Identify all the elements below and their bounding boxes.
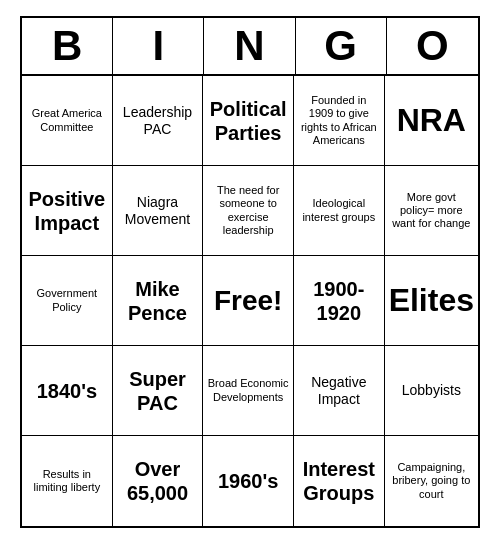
bingo-header: BINGO — [22, 18, 478, 76]
bingo-cell: Ideological interest groups — [294, 166, 385, 256]
bingo-cell: Negative Impact — [294, 346, 385, 436]
bingo-cell: Niagra Movement — [113, 166, 204, 256]
bingo-cell: NRA — [385, 76, 478, 166]
bingo-cell: Over 65,000 — [113, 436, 204, 526]
bingo-cell: Mike Pence — [113, 256, 204, 346]
bingo-cell: Super PAC — [113, 346, 204, 436]
bingo-cell: The need for someone to exercise leaders… — [203, 166, 294, 256]
bingo-cell: Leadership PAC — [113, 76, 204, 166]
bingo-cell: Broad Economic Developments — [203, 346, 294, 436]
bingo-cell: Campaigning, bribery, going to court — [385, 436, 478, 526]
bingo-cell: Interest Groups — [294, 436, 385, 526]
header-letter: G — [296, 18, 387, 74]
bingo-cell: Government Policy — [22, 256, 113, 346]
bingo-cell: Lobbyists — [385, 346, 478, 436]
bingo-cell: Great America Committee — [22, 76, 113, 166]
bingo-cell: Political Parties — [203, 76, 294, 166]
bingo-cell: Positive Impact — [22, 166, 113, 256]
header-letter: O — [387, 18, 478, 74]
bingo-cell: 1840's — [22, 346, 113, 436]
bingo-cell: 1900-1920 — [294, 256, 385, 346]
bingo-cell: 1960's — [203, 436, 294, 526]
header-letter: I — [113, 18, 204, 74]
header-letter: B — [22, 18, 113, 74]
bingo-grid: Great America CommitteeLeadership PACPol… — [22, 76, 478, 526]
bingo-cell: Results in limiting liberty — [22, 436, 113, 526]
header-letter: N — [204, 18, 295, 74]
bingo-cell: Elites — [385, 256, 478, 346]
bingo-cell: More govt policy= more want for change — [385, 166, 478, 256]
bingo-cell: Founded in 1909 to give rights to Africa… — [294, 76, 385, 166]
bingo-cell: Free! — [203, 256, 294, 346]
bingo-card: BINGO Great America CommitteeLeadership … — [20, 16, 480, 528]
